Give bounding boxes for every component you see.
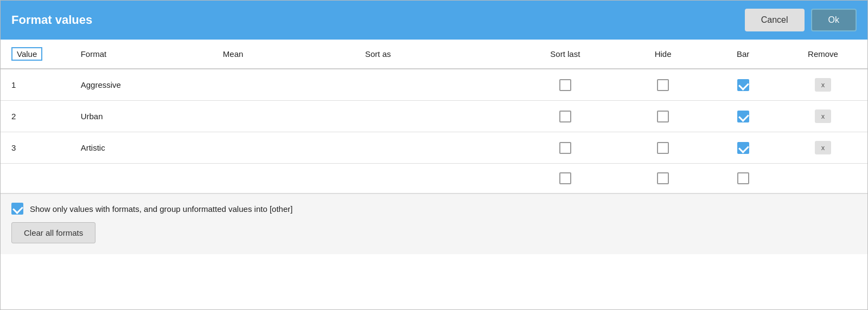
cell-format-3 xyxy=(76,164,219,193)
col-header-hide: Hide xyxy=(618,40,707,69)
table-row: 2Urbanx xyxy=(1,101,867,132)
cell-format-0: Aggressive xyxy=(76,69,219,101)
table-row: 1Aggressivex xyxy=(1,69,867,101)
checkbox-bar-0[interactable] xyxy=(737,79,749,91)
value-header-label: Value xyxy=(11,47,42,61)
cell-mean-2 xyxy=(219,132,361,164)
checkbox-hide-1[interactable] xyxy=(657,111,669,122)
cell-sortlast-1 xyxy=(512,101,619,132)
cell-remove-3 xyxy=(778,164,867,193)
table-area: Value Format Mean Sort as Sort last Hide… xyxy=(1,40,867,193)
cell-hide-3 xyxy=(618,164,707,193)
checkbox-hide-3[interactable] xyxy=(657,172,669,184)
remove-button-2[interactable]: x xyxy=(815,141,832,154)
cell-remove-0: x xyxy=(778,69,867,101)
cell-bar-1 xyxy=(707,101,778,132)
cell-value-0: 1 xyxy=(1,69,76,101)
checkbox-hide-2[interactable] xyxy=(657,142,669,154)
checkbox-hide-0[interactable] xyxy=(657,79,669,91)
cell-mean-1 xyxy=(219,101,361,132)
cell-remove-2: x xyxy=(778,132,867,164)
col-header-mean: Mean xyxy=(219,40,361,69)
footer: Show only values with formats, and group… xyxy=(1,193,867,254)
cell-remove-1: x xyxy=(778,101,867,132)
cell-sortas-3 xyxy=(361,164,512,193)
cell-mean-0 xyxy=(219,69,361,101)
checkbox-sortlast-3[interactable] xyxy=(559,172,571,184)
clear-all-formats-button[interactable]: Clear all formats xyxy=(11,222,95,243)
header-buttons: Cancel Ok xyxy=(745,9,857,31)
cell-value-3 xyxy=(1,164,76,193)
checkbox-sortlast-0[interactable] xyxy=(559,79,571,91)
dialog-title: Format values xyxy=(11,13,92,27)
cell-mean-3 xyxy=(219,164,361,193)
show-only-label: Show only values with formats, and group… xyxy=(30,204,292,214)
cell-value-1: 2 xyxy=(1,101,76,132)
format-values-dialog: Format values Cancel Ok Value Format Mea… xyxy=(0,0,868,310)
checkbox-bar-3[interactable] xyxy=(737,172,749,184)
cancel-button[interactable]: Cancel xyxy=(745,9,805,31)
checkbox-bar-1[interactable] xyxy=(737,111,749,122)
checkbox-sortlast-1[interactable] xyxy=(559,111,571,122)
cell-sortlast-3 xyxy=(512,164,619,193)
cell-bar-0 xyxy=(707,69,778,101)
values-table: Value Format Mean Sort as Sort last Hide… xyxy=(1,40,867,193)
cell-bar-2 xyxy=(707,132,778,164)
cell-format-2: Artistic xyxy=(76,132,219,164)
cell-bar-3 xyxy=(707,164,778,193)
cell-sortlast-2 xyxy=(512,132,619,164)
cell-value-2: 3 xyxy=(1,132,76,164)
table-header-row: Value Format Mean Sort as Sort last Hide… xyxy=(1,40,867,69)
remove-button-1[interactable]: x xyxy=(815,109,832,123)
cell-sortas-2 xyxy=(361,132,512,164)
cell-sortas-1 xyxy=(361,101,512,132)
checkbox-bar-2[interactable] xyxy=(737,142,749,154)
table-row: 3Artisticx xyxy=(1,132,867,164)
checkbox-sortlast-2[interactable] xyxy=(559,142,571,154)
table-row xyxy=(1,164,867,193)
col-header-format: Format xyxy=(76,40,219,69)
col-header-value: Value xyxy=(1,40,76,69)
cell-sortlast-0 xyxy=(512,69,619,101)
cell-hide-2 xyxy=(618,132,707,164)
dialog-header: Format values Cancel Ok xyxy=(1,1,867,40)
cell-hide-0 xyxy=(618,69,707,101)
col-header-sortas: Sort as xyxy=(361,40,512,69)
cell-format-1: Urban xyxy=(76,101,219,132)
col-header-bar: Bar xyxy=(707,40,778,69)
show-only-row: Show only values with formats, and group… xyxy=(11,203,857,215)
col-header-sortlast: Sort last xyxy=(512,40,619,69)
cell-sortas-0 xyxy=(361,69,512,101)
cell-hide-1 xyxy=(618,101,707,132)
col-header-remove: Remove xyxy=(778,40,867,69)
remove-button-0[interactable]: x xyxy=(815,78,832,92)
show-only-checkbox[interactable] xyxy=(11,203,23,215)
ok-button[interactable]: Ok xyxy=(811,9,857,31)
